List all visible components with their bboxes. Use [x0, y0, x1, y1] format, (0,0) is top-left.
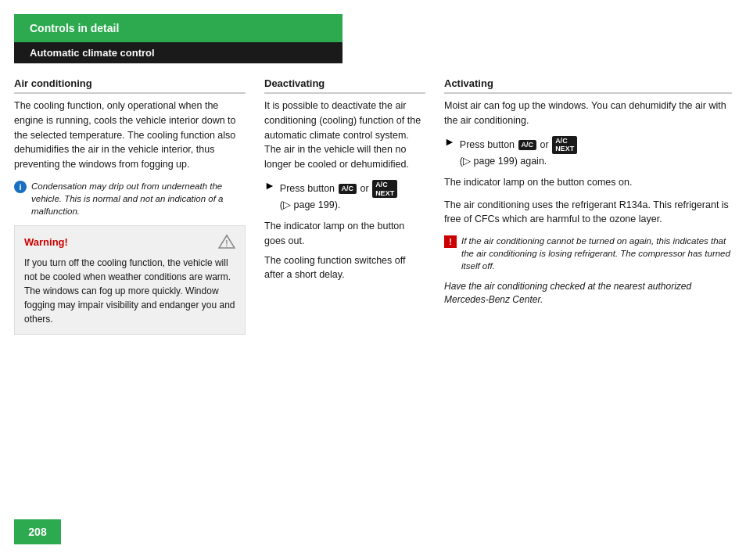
mid-suffix: (▷ page 199). — [280, 199, 340, 210]
mid-section-title: Deactivating — [264, 77, 425, 94]
middle-column: Deactivating It is possible to deactivat… — [264, 77, 444, 335]
warning-header: Warning! ! — [24, 234, 235, 249]
info-icon: i — [14, 181, 27, 193]
mid-press-text: Press button — [280, 183, 335, 194]
mid-btn1: A/C — [339, 184, 357, 194]
footer: 208 — [14, 519, 61, 544]
subheader-subtitle: Automatic climate control — [30, 47, 155, 59]
right-column: Activating Moist air can fog up the wind… — [444, 77, 732, 335]
mid-bullet-item: ► Press button A/C or A/CNEXT (▷ page 19… — [264, 180, 425, 213]
caution-box: ! If the air conditioning cannot be turn… — [444, 235, 732, 272]
right-press-text: Press button — [460, 139, 515, 150]
mid-bullet-content: Press button A/C or A/CNEXT (▷ page 199)… — [280, 180, 398, 213]
right-bullet-content: Press button A/C or A/CNEXT (▷ page 199)… — [460, 136, 578, 169]
warning-text: If you turn off the cooling function, th… — [24, 256, 235, 326]
right-or-text: or — [540, 139, 549, 150]
subheader-banner: Automatic climate control — [14, 42, 343, 63]
warning-box: Warning! ! If you turn off the cooling f… — [14, 225, 246, 335]
header-banner: Controls in detail — [14, 14, 343, 42]
mid-btn2: A/CNEXT — [372, 180, 397, 199]
left-column: Air conditioning The cooling function, o… — [14, 77, 264, 335]
left-body-text: The cooling function, only operational w… — [14, 99, 246, 172]
right-btn1: A/C — [518, 140, 537, 150]
warning-triangle-icon: ! — [218, 234, 235, 249]
content-area: Air conditioning The cooling function, o… — [14, 77, 732, 335]
mid-cooling-text: The cooling function switches off after … — [264, 253, 425, 283]
svg-text:!: ! — [225, 239, 228, 248]
info-box: i Condensation may drip out from underne… — [14, 180, 246, 217]
right-suffix: (▷ page 199) again. — [460, 156, 547, 167]
right-btn2: A/CNEXT — [552, 136, 577, 155]
info-text: Condensation may drip out from underneat… — [31, 180, 246, 217]
warning-title: Warning! — [24, 236, 68, 248]
right-bullet-arrow-icon: ► — [444, 135, 455, 148]
header-title: Controls in detail — [30, 22, 119, 34]
right-lamp-text: The indicator lamp on the button comes o… — [444, 175, 732, 190]
right-section-title: Activating — [444, 77, 732, 94]
mid-intro-text: It is possible to deactivate the air con… — [264, 99, 425, 172]
right-refrigerant-text: The air conditioning uses the refrigeran… — [444, 198, 732, 228]
mid-or-text: or — [360, 183, 369, 194]
left-section-title: Air conditioning — [14, 77, 246, 94]
right-note-text: Have the air conditioning checked at the… — [444, 280, 732, 307]
caution-icon: ! — [444, 235, 457, 248]
mid-lamp-text: The indicator lamp on the button goes ou… — [264, 219, 425, 249]
bullet-arrow-icon: ► — [264, 179, 275, 192]
page-number: 208 — [14, 519, 61, 544]
right-bullet-item: ► Press button A/C or A/CNEXT (▷ page 19… — [444, 136, 732, 169]
right-intro-text: Moist air can fog up the windows. You ca… — [444, 99, 732, 128]
caution-text: If the air conditioning cannot be turned… — [461, 235, 732, 272]
